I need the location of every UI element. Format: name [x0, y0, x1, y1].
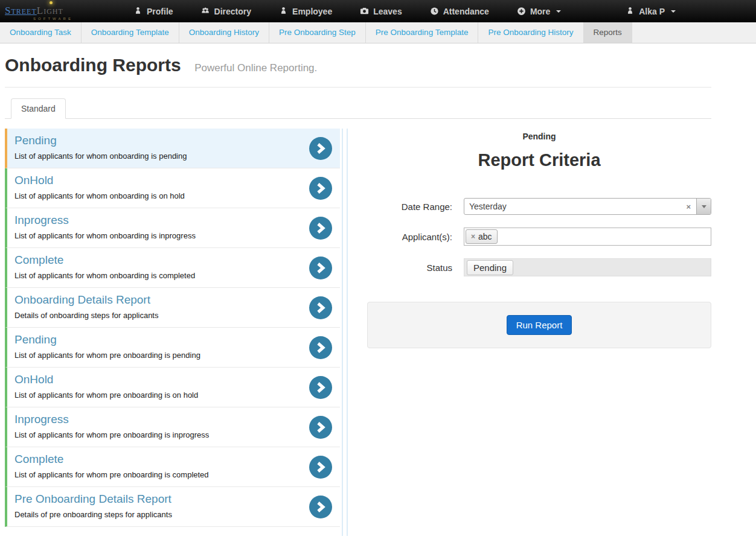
run-report-well: Run Report: [367, 302, 711, 348]
nav-item-label: More: [530, 7, 550, 16]
report-description: List of applicants for whom pre onboardi…: [14, 430, 303, 439]
nav-item-label: Directory: [214, 7, 251, 16]
chevron-right-icon[interactable]: [309, 416, 332, 439]
report-description: List of applicants for whom pre onboardi…: [14, 470, 303, 479]
page-header: Onboarding Reports Powerful Online Repor…: [5, 43, 711, 75]
report-title: Pending: [14, 333, 303, 346]
date-range-label: Date Range:: [367, 202, 464, 212]
report-description: List of applicants for whom onboarding i…: [14, 231, 303, 240]
list-item-pending-pre-onboarding[interactable]: Pending List of applicants for whom pre …: [5, 328, 340, 368]
chevron-right-icon[interactable]: [309, 177, 332, 200]
list-item-inprogress-onboarding[interactable]: Inprogress List of applicants for whom o…: [5, 208, 340, 248]
logo-text: StreetLight: [5, 2, 101, 16]
report-description: Details of onboarding steps for applican…: [14, 311, 303, 320]
report-description: List of applicants for whom onboarding i…: [14, 271, 303, 280]
report-description: List of applicants for whom onboarding i…: [14, 191, 303, 200]
report-list: Pending List of applicants for whom onbo…: [5, 129, 340, 536]
list-item-pre-onboarding-details[interactable]: Pre Onboarding Details Report Details of…: [5, 487, 340, 527]
chevron-down-icon: [702, 205, 706, 208]
logo-street: Street: [5, 5, 37, 16]
report-title: OnHold: [14, 174, 303, 187]
list-item-inprogress-pre-onboarding[interactable]: Inprogress List of applicants for whom p…: [5, 407, 340, 447]
status-input: Pending: [464, 258, 711, 276]
status-value-tag: Pending: [467, 260, 513, 275]
applicants-input[interactable]: ×abc: [464, 228, 711, 246]
nav-item-label: Employee: [292, 7, 332, 16]
chevron-right-icon[interactable]: [309, 376, 332, 399]
nav-item-profile[interactable]: Profile: [120, 0, 187, 22]
tab-onboarding-template[interactable]: Onboarding Template: [82, 22, 179, 43]
dropdown-button[interactable]: [696, 199, 711, 214]
chevron-right-icon[interactable]: [309, 217, 332, 240]
date-range-value: Yesterday: [464, 202, 686, 211]
chevron-right-icon[interactable]: [309, 456, 332, 479]
report-description: List of applicants for whom pre onboardi…: [14, 351, 303, 360]
run-report-button[interactable]: Run Report: [507, 315, 572, 335]
list-item-complete-onboarding[interactable]: Complete List of applicants for whom onb…: [5, 248, 340, 288]
streetlight-logo[interactable]: StreetLight SOFTWARE: [5, 2, 101, 21]
applicant-tag[interactable]: ×abc: [466, 229, 498, 244]
list-item-onboarding-details[interactable]: Onboarding Details Report Details of onb…: [5, 288, 340, 328]
report-title: OnHold: [14, 373, 303, 386]
report-description: Details of pre onboarding steps for appl…: [14, 510, 303, 519]
chevron-down-icon: [671, 10, 676, 13]
tab-pre-onboarding-template[interactable]: Pre Onboarding Template: [366, 22, 479, 43]
tab-onboarding-history[interactable]: Onboarding History: [179, 22, 269, 43]
top-navbar: StreetLight SOFTWARE Profile Directory E…: [0, 0, 756, 22]
nav-item-directory[interactable]: Directory: [187, 0, 265, 22]
report-title: Inprogress: [14, 413, 303, 426]
report-title: Inprogress: [14, 214, 303, 227]
nav-item-label: Attendance: [443, 7, 489, 16]
criteria-form: Date Range: Yesterday × Applicant(s): ×a…: [367, 198, 711, 276]
nav-item-label: Leaves: [373, 7, 402, 16]
tab-onboarding-task[interactable]: Onboarding Task: [0, 22, 82, 43]
page-title: Onboarding Reports: [5, 55, 181, 75]
person-icon: [279, 7, 288, 16]
status-label: Status: [367, 263, 464, 273]
chevron-right-icon[interactable]: [309, 257, 332, 279]
lamp-icon: [50, 1, 53, 4]
report-title: Pre Onboarding Details Report: [14, 492, 303, 506]
date-range-select[interactable]: Yesterday ×: [464, 198, 711, 215]
report-title: Onboarding Details Report: [14, 293, 303, 307]
camera-icon: [360, 7, 369, 16]
list-item-complete-pre-onboarding[interactable]: Complete List of applicants for whom pre…: [5, 447, 340, 487]
report-description: List of applicants for whom pre onboardi…: [14, 390, 303, 400]
clock-icon: [430, 7, 439, 16]
selected-report-name: Pending: [367, 132, 711, 141]
clear-icon[interactable]: ×: [686, 202, 691, 211]
list-item-onhold-pre-onboarding[interactable]: OnHold List of applicants for whom pre o…: [5, 368, 340, 407]
criteria-heading: Report Criteria: [367, 150, 711, 170]
tag-label: abc: [478, 232, 492, 241]
chevron-right-icon[interactable]: [309, 496, 332, 518]
group-icon: [201, 7, 210, 16]
list-scrollbar[interactable]: [342, 129, 348, 536]
tab-standard[interactable]: Standard: [11, 98, 66, 119]
logo-light: Light: [37, 5, 63, 16]
user-menu[interactable]: Alka P: [612, 0, 690, 22]
nav-item-employee[interactable]: Employee: [265, 0, 346, 22]
report-description: List of applicants for whom onboarding i…: [14, 151, 303, 161]
remove-tag-icon[interactable]: ×: [471, 232, 475, 241]
main-menu: Profile Directory Employee Leaves Attend…: [120, 0, 575, 22]
module-tabbar: Onboarding Task Onboarding Template Onbo…: [0, 22, 756, 43]
plus-circle-icon: [517, 7, 526, 16]
chevron-right-icon[interactable]: [309, 336, 332, 359]
list-item-onhold-onboarding[interactable]: OnHold List of applicants for whom onboa…: [5, 168, 340, 208]
view-tabs: Standard: [5, 98, 711, 119]
report-title: Complete: [14, 453, 303, 466]
nav-item-more[interactable]: More: [503, 0, 575, 22]
logo-subtitle: SOFTWARE: [5, 17, 101, 21]
nav-item-leaves[interactable]: Leaves: [346, 0, 415, 22]
chevron-right-icon[interactable]: [309, 296, 332, 319]
chevron-right-icon[interactable]: [309, 137, 332, 160]
tab-pre-onboarding-step[interactable]: Pre Onboarding Step: [269, 22, 366, 43]
header-divider: [5, 87, 711, 88]
tab-pre-onboarding-history[interactable]: Pre Onboarding History: [478, 22, 583, 43]
tab-reports[interactable]: Reports: [584, 22, 632, 43]
nav-item-label: Profile: [147, 7, 173, 16]
report-criteria-panel: Pending Report Criteria Date Range: Yest…: [367, 129, 711, 536]
user-icon: [626, 7, 635, 16]
list-item-pending-onboarding[interactable]: Pending List of applicants for whom onbo…: [5, 129, 340, 168]
nav-item-attendance[interactable]: Attendance: [416, 0, 503, 22]
